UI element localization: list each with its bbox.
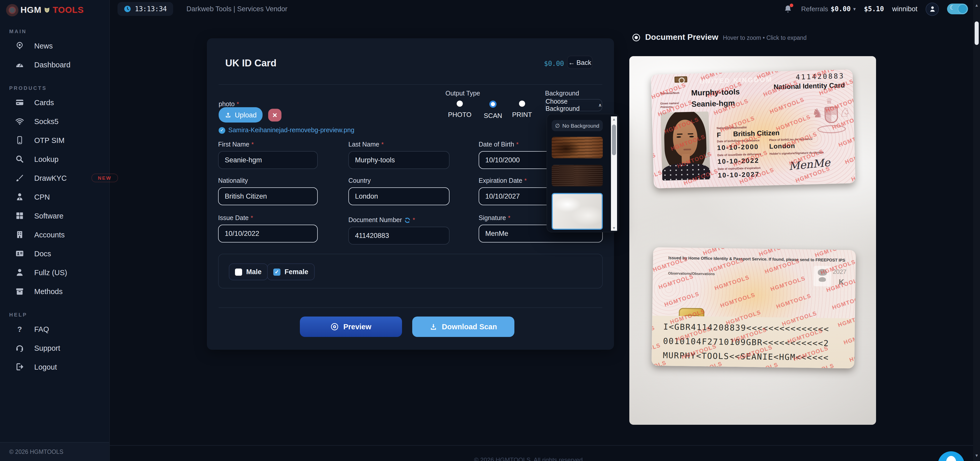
referrals-label: Referrals [801, 5, 828, 13]
upload-button[interactable]: Upload [219, 107, 262, 122]
chat-button[interactable] [938, 451, 964, 461]
document-number-input[interactable] [348, 227, 450, 245]
background-dropdown: ∅ No Background ▲ ▼ [547, 114, 619, 232]
sidebar-item-label: Methods [34, 287, 62, 295]
card-title: National Identity Card [773, 81, 845, 91]
gender-option-female[interactable]: ✓ Female [267, 264, 314, 280]
page-copyright: © 2026 HGMTOOLS. All rights reserved [474, 456, 582, 461]
radio-label: PRINT [512, 111, 532, 118]
sidebar-item-lookup[interactable]: Lookup [0, 149, 109, 169]
last-name-input[interactable] [348, 151, 450, 169]
sidebar-item-label: News [34, 41, 53, 50]
sidebar-item-accounts[interactable]: Accounts [0, 225, 109, 244]
issue-date-input[interactable] [218, 225, 318, 243]
checkbox-checked-icon[interactable]: ✓ [273, 268, 280, 275]
sidebar-item-cards[interactable]: Cards [0, 93, 109, 112]
preview-button[interactable]: Preview [300, 316, 402, 337]
pob-label: Place of birth/Lieu de naissance [769, 137, 813, 141]
scroll-up-icon[interactable]: ▲ [611, 118, 617, 121]
sidebar-item-dashboard[interactable]: Dashboard [0, 55, 109, 74]
preview-hint: Hover to zoom • Click to expand [723, 34, 807, 41]
sidebar-section-products: PRODUCTS [9, 85, 109, 91]
sidebar-item-fullz-us[interactable]: Fullz (US) [0, 263, 109, 282]
radio-icon[interactable] [457, 100, 463, 107]
nationality-input[interactable] [218, 188, 318, 205]
no-background-label: No Background [562, 122, 600, 129]
box-icon [15, 287, 24, 296]
sidebar-item-label: Support [34, 344, 60, 352]
sidebar-item-methods[interactable]: Methods [0, 282, 109, 301]
dropdown-scrollbar[interactable]: ▲ ▼ [611, 116, 617, 231]
sidebar-item-label: CPN [34, 193, 50, 201]
sidebar: HGM TOOLS MAIN News Dashboard PRODUCTS C… [0, 0, 110, 461]
mrz-band: I<GBR4114208839<<<<<<<<<<<<<<< 0010104F2… [652, 315, 855, 368]
sidebar-item-otp-sim[interactable]: OTP SIM [0, 131, 109, 149]
output-option-photo[interactable]: PHOTO [445, 100, 474, 118]
uploaded-file-row[interactable]: ✓ Samira-Keihaninejad-removebg-preview.p… [219, 127, 354, 134]
notifications-button[interactable] [784, 4, 793, 14]
radio-label: SCAN [484, 112, 502, 119]
no-background-option[interactable]: ∅ No Background [552, 120, 603, 131]
gender-group: Male ✓ Female [218, 254, 603, 288]
sidebar-item-support[interactable]: Support [0, 339, 109, 358]
download-scan-button[interactable]: Download Scan [412, 316, 514, 337]
document-preview-box[interactable]: UNITED KINGDOM 411420883 National Identi… [629, 56, 876, 425]
username: winnibot [892, 5, 918, 13]
sidebar-item-docs[interactable]: Docs [0, 244, 109, 263]
sidebar-item-cpn[interactable]: CPN [0, 188, 109, 206]
page-scrollbar[interactable]: ▲ ▼ [973, 0, 980, 461]
sidebar-item-socks5[interactable]: Socks5 [0, 112, 109, 131]
search-icon [15, 155, 24, 164]
account-button[interactable] [926, 2, 939, 16]
back-button[interactable]: ← Back [567, 56, 593, 69]
sidebar-item-label: Logout [34, 363, 57, 371]
background-option-wood-light[interactable] [552, 137, 603, 158]
radio-selected-icon[interactable] [489, 100, 496, 108]
scroll-up-icon[interactable]: ▲ [973, 3, 980, 8]
card-country-ghost: UNITED KINGDOM [700, 76, 773, 85]
brand-logo[interactable]: HGM TOOLS [0, 0, 109, 17]
gender-option-male[interactable]: Male [229, 264, 268, 280]
referrals-dropdown[interactable]: Referrals $0.00 ▾ [801, 5, 856, 13]
sidebar-item-label: Socks5 [34, 117, 59, 126]
refresh-icon[interactable] [404, 217, 411, 223]
id-card-back[interactable]: Issued by Home Office Identity & Passpor… [652, 247, 856, 368]
sidebar-item-label: FAQ [34, 325, 49, 333]
output-option-scan[interactable]: SCAN [479, 100, 507, 119]
dropdown-scroll-thumb[interactable] [612, 124, 616, 155]
country-input[interactable] [348, 188, 450, 205]
sidebar-item-label: Fullz (US) [34, 268, 67, 277]
background-option-white-fabric-selected[interactable] [552, 193, 603, 230]
checkbox-unchecked-icon[interactable] [235, 268, 242, 275]
field-nationality: Nationality [218, 177, 318, 205]
theme-toggle[interactable]: ☾ [947, 3, 968, 14]
page-title: Darkweb Tools | Services Vendor [186, 0, 287, 18]
first-name-input[interactable] [218, 151, 318, 169]
remove-photo-button[interactable]: ✕ [268, 109, 282, 121]
background-option-wood-dark[interactable] [552, 165, 603, 186]
photo-label: photo* [219, 100, 239, 108]
grid-icon [15, 211, 24, 220]
product-form-card: UK ID Card $0.00 ← Back photo* Upload ✕ … [207, 38, 614, 350]
sidebar-item-drawkyc[interactable]: DrawKYC NEW [0, 169, 109, 188]
choose-background-button[interactable]: Choose Background ∧ [545, 99, 602, 111]
sidebar-item-faq[interactable]: ? FAQ [0, 320, 109, 339]
building-icon [15, 230, 24, 239]
sidebar-item-news[interactable]: News [0, 36, 109, 55]
gender-label: Male [246, 268, 261, 276]
sidebar-item-label: OTP SIM [34, 136, 65, 144]
clock-badge: 13:13:34 [118, 2, 173, 16]
sidebar-item-software[interactable]: Software [0, 206, 109, 225]
scroll-down-icon[interactable]: ▼ [973, 453, 980, 458]
page-scroll-thumb[interactable] [975, 21, 979, 45]
radio-icon[interactable] [519, 100, 525, 107]
toggle-knob [958, 4, 967, 14]
field-first-name: First Name* [218, 141, 318, 169]
referrals-value: $0.00 [830, 5, 851, 13]
output-option-print[interactable]: PRINT [508, 100, 536, 118]
sidebar-item-logout[interactable]: Logout [0, 358, 109, 376]
id-card-front[interactable]: UNITED KINGDOM 411420883 National Identi… [651, 70, 855, 189]
given-names-label: Given names/ [660, 102, 679, 105]
scroll-down-icon[interactable]: ▼ [611, 226, 617, 230]
sidebar-item-label: Lookup [34, 155, 59, 163]
